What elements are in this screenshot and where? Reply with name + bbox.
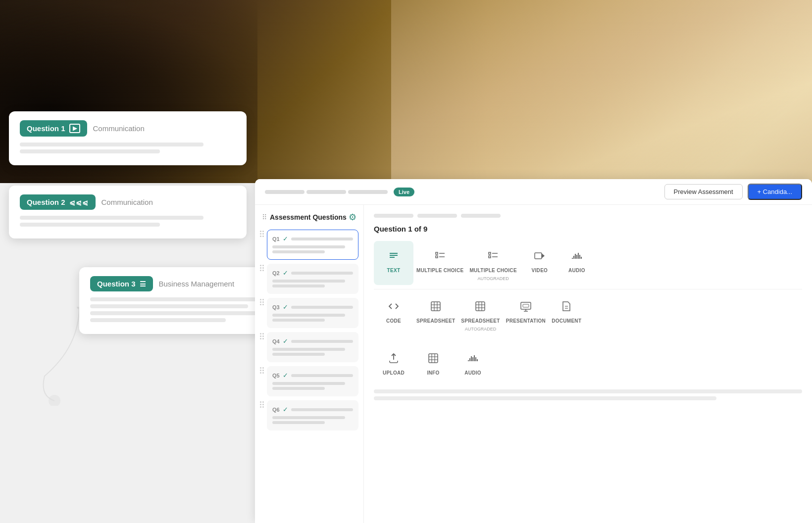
card-line-3c [90, 311, 271, 315]
type-audio-2[interactable]: AUDIO [453, 343, 493, 380]
drag-handle-q4[interactable] [260, 332, 264, 339]
info-icon [424, 349, 442, 367]
drag-handle-q5[interactable] [260, 366, 264, 374]
drag-handle-q3[interactable] [260, 298, 264, 305]
type-text[interactable]: TEXT [374, 241, 413, 285]
main-content-area: Question 1 of 9 TEXT [364, 205, 812, 523]
type-spreadsheet[interactable]: SPREADSHEET [413, 291, 458, 335]
svg-rect-22 [431, 302, 440, 311]
presentation-label: PRESENTATION [506, 318, 546, 324]
info-label: INFO [427, 370, 439, 376]
type-info[interactable]: INFO [413, 343, 453, 380]
q3-line-a [272, 314, 345, 317]
video-label: VIDEO [532, 268, 548, 273]
type-multiple-choice[interactable]: MULTIPLE CHOICE [413, 241, 466, 285]
q5-line-b [272, 387, 325, 390]
spreadsheet-auto-label: SPREADSHEET [461, 318, 500, 324]
svg-rect-32 [521, 302, 531, 309]
q4-line-b [272, 353, 325, 356]
spreadsheet-auto-icon [471, 297, 489, 315]
type-document[interactable]: DOCUMENT [549, 291, 584, 335]
type-presentation[interactable]: PRESENTATION [503, 291, 549, 335]
q5-inner[interactable]: Q5 ✓ [267, 366, 358, 396]
drag-handle-q1[interactable] [260, 230, 264, 237]
spreadsheet-icon [427, 297, 445, 315]
type-code[interactable]: CODE [374, 291, 413, 335]
content-placeholder [374, 389, 802, 400]
type-upload[interactable]: UPLOAD [374, 343, 413, 380]
multiple-choice-auto-sublabel: AUTOGRADED [477, 276, 508, 281]
q3-check: ✓ [283, 303, 288, 311]
type-audio[interactable]: AUDIO [559, 241, 594, 285]
multiple-choice-label: MULTIPLE CHOICE [416, 268, 463, 273]
q2-check: ✓ [283, 269, 288, 277]
upload-icon [385, 349, 403, 367]
type-spreadsheet-auto[interactable]: SPREADSHEET AUTOGRADED [458, 291, 503, 335]
live-badge: Live [394, 188, 414, 196]
type-video[interactable]: VIDEO [520, 241, 559, 285]
card-line-1b [20, 149, 160, 153]
app-body: ⠿ Assessment Questions ⚙ Q1 ✓ [255, 205, 812, 523]
audio-label: AUDIO [568, 268, 585, 273]
preview-assessment-button[interactable]: Preview Assessment [664, 184, 743, 199]
q5-num: Q5 [272, 373, 280, 379]
q2-line-b [272, 285, 325, 287]
type-multiple-choice-auto[interactable]: MULTIPLE CHOICE AUTOGRADED [466, 241, 519, 285]
q4-line-a [272, 348, 345, 351]
q4-num: Q4 [272, 338, 280, 344]
question-list-item-q6[interactable]: Q6 ✓ [260, 400, 358, 430]
presentation-icon [517, 297, 535, 315]
question-list-item-q2[interactable]: Q2 ✓ [260, 264, 358, 294]
question-list-item-q1[interactable]: Q1 ✓ [260, 230, 358, 260]
code-icon [385, 297, 403, 315]
q5-check: ✓ [283, 372, 288, 379]
q2-inner[interactable]: Q2 ✓ [267, 264, 358, 294]
q1-line-a [272, 245, 345, 248]
multiple-choice-auto-label: MULTIPLE CHOICE [469, 268, 516, 273]
upload-label: UPLOAD [383, 370, 405, 376]
document-icon [558, 297, 575, 315]
question-list-item-q5[interactable]: Q5 ✓ [260, 366, 358, 396]
questions-sidebar: ⠿ Assessment Questions ⚙ Q1 ✓ [255, 205, 364, 523]
svg-point-1 [49, 395, 60, 406]
header-tab-1[interactable] [265, 190, 304, 194]
svg-rect-38 [429, 354, 438, 363]
q4-check: ✓ [283, 337, 288, 345]
question-header: Question 1 of 9 [374, 225, 802, 233]
q4-inner[interactable]: Q4 ✓ [267, 332, 358, 362]
svg-rect-9 [489, 252, 491, 254]
q3-inner[interactable]: Q3 ✓ [267, 298, 358, 328]
question-badge-label-2: Question 2 [27, 198, 65, 206]
q3-line-b [272, 319, 325, 322]
q1-inner[interactable]: Q1 ✓ [267, 230, 358, 260]
question-badge-3: Question 3 ☰ [90, 276, 153, 291]
question-category-1: Communication [93, 124, 145, 133]
candidate-button[interactable]: + Candida... [748, 184, 802, 200]
svg-marker-14 [542, 253, 545, 258]
code-label: CODE [386, 318, 401, 324]
header-tab-2[interactable] [306, 190, 346, 194]
question-list-item-q4[interactable]: Q4 ✓ [260, 332, 358, 362]
card-line-3b [90, 304, 248, 308]
q1-num: Q1 [272, 236, 280, 242]
video-icon-1: ▶ [69, 124, 80, 133]
document-label: DOCUMENT [552, 318, 581, 324]
q6-inner[interactable]: Q6 ✓ [267, 400, 358, 430]
list-icon-3: ☰ [140, 280, 146, 288]
text-label: TEXT [387, 268, 401, 273]
q3-num: Q3 [272, 304, 280, 310]
card-line-2a [20, 216, 203, 220]
placeholder-1 [374, 389, 802, 393]
sidebar-gear-icon[interactable]: ⚙ [349, 212, 356, 223]
question-list-item-q3[interactable]: Q3 ✓ [260, 298, 358, 328]
sidebar-title: Assessment Questions [270, 213, 347, 221]
q1-check: ✓ [283, 235, 288, 242]
drag-handle-q2[interactable] [260, 264, 264, 271]
drag-handle-q6[interactable] [260, 400, 264, 408]
svg-rect-5 [436, 252, 438, 254]
header-tab-3[interactable] [348, 190, 388, 194]
svg-rect-7 [436, 256, 438, 258]
question-badge-2: Question 2 ⩿⩿⩿ [20, 194, 96, 210]
header-tabs [265, 190, 388, 194]
sidebar-drag-icon: ⠿ [262, 213, 267, 221]
